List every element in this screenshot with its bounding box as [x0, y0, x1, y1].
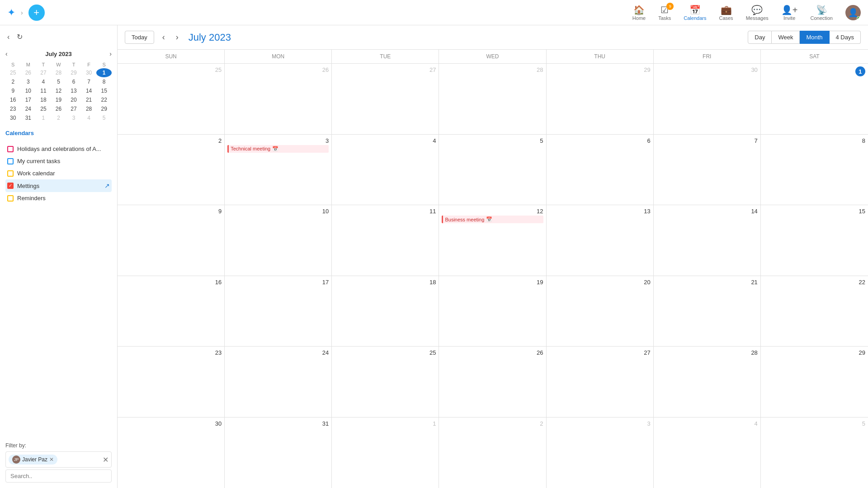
mini-cal-day[interactable]: 7: [81, 77, 97, 86]
mini-cal-day[interactable]: 29: [66, 68, 81, 77]
mini-cal-day[interactable]: 9: [5, 86, 21, 95]
mini-cal-day[interactable]: 14: [81, 86, 97, 95]
mini-cal-day[interactable]: 12: [51, 86, 66, 95]
nav-tasks[interactable]: ☑ 9 Tasks: [658, 5, 671, 21]
cal-cell[interactable]: 13: [547, 205, 654, 276]
calendar-prev-button[interactable]: ‹: [160, 31, 168, 44]
cal-cell[interactable]: 2: [118, 135, 225, 205]
view-month-button[interactable]: Month: [800, 31, 829, 44]
cal-cell[interactable]: 3: [547, 418, 654, 488]
cal-cell[interactable]: 27: [547, 347, 654, 417]
calendar-checkbox-1[interactable]: [7, 158, 14, 164]
cal-cell[interactable]: 25: [118, 64, 225, 134]
mini-cal-day[interactable]: 22: [96, 95, 112, 104]
view-4days-button[interactable]: 4 Days: [830, 31, 861, 44]
nav-calendars[interactable]: 📅 Calendars: [684, 5, 706, 21]
mini-cal-day[interactable]: 13: [66, 86, 81, 95]
calendar-item-4[interactable]: Reminders: [5, 192, 112, 204]
cal-cell[interactable]: 12Business meeting📅: [439, 205, 546, 276]
view-week-button[interactable]: Week: [772, 31, 800, 44]
view-day-button[interactable]: Day: [748, 31, 772, 44]
cal-cell[interactable]: 22: [761, 276, 868, 347]
mini-cal-day[interactable]: 21: [81, 95, 97, 104]
cal-cell[interactable]: 16: [118, 276, 225, 347]
cal-cell[interactable]: 4: [654, 418, 761, 488]
mini-cal-day[interactable]: 27: [36, 68, 51, 77]
cal-cell[interactable]: 27: [332, 64, 439, 134]
mini-cal-day[interactable]: 5: [51, 77, 66, 86]
mini-cal-day[interactable]: 30: [81, 68, 97, 77]
mini-cal-day[interactable]: 23: [5, 104, 21, 113]
search-input[interactable]: [5, 469, 112, 483]
cal-cell[interactable]: 31: [225, 418, 332, 488]
cal-cell[interactable]: 6: [547, 135, 654, 205]
calendar-checkbox-4[interactable]: [7, 195, 14, 202]
filter-tag-close[interactable]: ✕: [49, 456, 54, 463]
mini-cal-day[interactable]: 4: [81, 113, 97, 122]
nav-cases[interactable]: 💼 Cases: [719, 5, 733, 21]
cal-cell[interactable]: 11: [332, 205, 439, 276]
cal-cell[interactable]: 10: [225, 205, 332, 276]
cal-event[interactable]: Business meeting📅: [442, 216, 543, 223]
cal-cell[interactable]: 20: [547, 276, 654, 347]
cal-cell[interactable]: 19: [439, 276, 546, 347]
avatar[interactable]: 👤: [845, 5, 861, 20]
logo-icon[interactable]: ✦: [7, 7, 15, 19]
calendar-item-2[interactable]: Work calendar: [5, 167, 112, 179]
cal-cell[interactable]: 15: [761, 205, 868, 276]
calendar-checkbox-2[interactable]: [7, 170, 14, 177]
cal-cell[interactable]: 25: [332, 347, 439, 417]
mini-cal-day[interactable]: 3: [21, 77, 36, 86]
mini-cal-next[interactable]: ›: [109, 50, 112, 57]
nav-home[interactable]: 🏠 Home: [632, 5, 646, 21]
cal-cell[interactable]: 18: [332, 276, 439, 347]
mini-cal-day[interactable]: 10: [21, 86, 36, 95]
mini-cal-day[interactable]: 25: [5, 68, 21, 77]
cal-cell[interactable]: 26: [225, 64, 332, 134]
mini-cal-day[interactable]: 8: [96, 77, 112, 86]
mini-cal-day[interactable]: 30: [5, 113, 21, 122]
mini-cal-day[interactable]: 31: [21, 113, 36, 122]
mini-cal-day[interactable]: 15: [96, 86, 112, 95]
cal-cell[interactable]: 5: [761, 418, 868, 488]
cal-cell[interactable]: 8: [761, 135, 868, 205]
calendar-item-1[interactable]: My current tasks: [5, 155, 112, 167]
cal-cell[interactable]: 7: [654, 135, 761, 205]
mini-cal-day[interactable]: 28: [51, 68, 66, 77]
mini-cal-day[interactable]: 25: [36, 104, 51, 113]
calendar-item-3[interactable]: Mettings↗: [5, 179, 112, 192]
cal-cell[interactable]: 21: [654, 276, 761, 347]
calendar-ext-icon-3[interactable]: ↗: [104, 182, 110, 189]
mini-cal-prev[interactable]: ‹: [5, 50, 8, 57]
cal-cell[interactable]: 17: [225, 276, 332, 347]
cal-cell[interactable]: 24: [225, 347, 332, 417]
mini-cal-day[interactable]: 6: [66, 77, 81, 86]
cal-cell[interactable]: 30: [654, 64, 761, 134]
mini-cal-day[interactable]: 20: [66, 95, 81, 104]
cal-cell[interactable]: 14: [654, 205, 761, 276]
sidebar-refresh-button[interactable]: ↻: [15, 31, 24, 43]
mini-cal-day[interactable]: 18: [36, 95, 51, 104]
mini-cal-day[interactable]: 17: [21, 95, 36, 104]
mini-cal-day[interactable]: 3: [66, 113, 81, 122]
cal-cell[interactable]: 3Technical meeting📅: [225, 135, 332, 205]
mini-cal-day[interactable]: 2: [51, 113, 66, 122]
mini-cal-day[interactable]: 26: [51, 104, 66, 113]
cal-cell[interactable]: 23: [118, 347, 225, 417]
mini-cal-day[interactable]: 28: [81, 104, 97, 113]
calendar-checkbox-3[interactable]: [7, 183, 14, 189]
cal-cell[interactable]: 9: [118, 205, 225, 276]
cal-cell[interactable]: 26: [439, 347, 546, 417]
cal-cell[interactable]: 29: [547, 64, 654, 134]
mini-cal-day[interactable]: 26: [21, 68, 36, 77]
mini-cal-day[interactable]: 27: [66, 104, 81, 113]
mini-cal-day[interactable]: 1: [96, 68, 112, 77]
nav-messages[interactable]: 💬 Messages: [746, 5, 769, 21]
cal-cell[interactable]: 1: [332, 418, 439, 488]
mini-cal-day[interactable]: 1: [36, 113, 51, 122]
cal-cell[interactable]: 29: [761, 347, 868, 417]
cal-cell[interactable]: 28: [439, 64, 546, 134]
nav-invite[interactable]: 👤+ Invite: [781, 5, 798, 21]
cal-cell[interactable]: 2: [439, 418, 546, 488]
cal-event[interactable]: Technical meeting📅: [227, 145, 329, 153]
